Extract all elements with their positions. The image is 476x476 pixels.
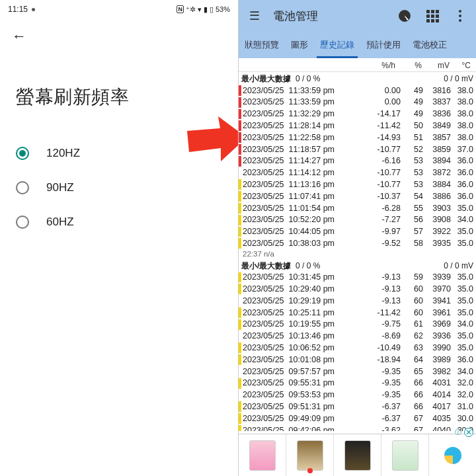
column-headers: %/h % mV °C — [239, 58, 476, 72]
ad-info-icon[interactable]: ⓘ — [455, 428, 461, 437]
radio-label: 120HZ — [46, 147, 80, 160]
table-row[interactable]: 2023/05/25 11:33:59 pm0.0049381638.0 — [239, 85, 476, 97]
table-row[interactable]: 2023/05/25 10:52:20 pm-7.2756390834.0 — [239, 214, 476, 226]
tab-3[interactable]: 預計使用 — [360, 32, 407, 58]
table-row[interactable]: 2023/05/25 09:55:31 pm-9.3566403132.0 — [239, 377, 476, 389]
table-row[interactable]: 2023/05/25 11:33:59 pm0.0049383738.0 — [239, 97, 476, 108]
back-arrow-icon[interactable]: ← — [12, 28, 26, 44]
refresh-option-120hz[interactable]: 120HZ — [12, 136, 226, 171]
app-title: 電池管理 — [270, 9, 389, 24]
radio-icon — [16, 181, 29, 194]
table-row[interactable]: 2023/05/25 09:57:57 pm-9.3565398234.0 — [239, 366, 476, 377]
table-row[interactable]: 2023/05/25 09:42:06 pm-3.6267404030.0 — [239, 424, 476, 431]
history-table[interactable]: 最小/最大數據 0 / 0 %0 / 0 mV2023/05/25 11:33:… — [239, 73, 476, 431]
table-row[interactable]: 2023/05/25 11:14:12 pm-10.7753387236.0 — [239, 167, 476, 179]
refresh-option-60hz[interactable]: 60HZ — [12, 205, 226, 239]
signal-icon: ▮ — [204, 5, 208, 14]
table-row[interactable]: 2023/05/25 09:51:31 pm-6.3766401731.0 — [239, 401, 476, 413]
table-row[interactable]: 2023/05/25 09:49:09 pm-6.3767403530.0 — [239, 413, 476, 424]
table-row[interactable]: 2023/05/25 10:13:46 pm-8.6962393635.0 — [239, 331, 476, 342]
page-title: 螢幕刷新頻率 — [0, 49, 238, 136]
table-row[interactable]: 2023/05/25 10:38:03 pm-9.5258393535.0 — [239, 237, 476, 249]
table-row[interactable]: 2023/05/25 10:29:19 pm-9.1360394135.0 — [239, 295, 476, 307]
status-time: 11:15 — [8, 5, 28, 14]
refresh-option-90hz[interactable]: 90HZ — [12, 171, 226, 205]
table-row[interactable]: 2023/05/25 11:07:41 pm-10.3754388636.0 — [239, 190, 476, 202]
table-row[interactable]: 2023/05/25 09:53:53 pm-9.3566401432.0 — [239, 389, 476, 401]
chart-pie-icon[interactable] — [393, 4, 416, 28]
hamburger-icon[interactable]: ☰ — [243, 4, 266, 28]
battery-app-pane: ☰ 電池管理 狀態預覽圖形歷史記錄預計使用電池校正 %/h % mV °C 最小… — [238, 0, 476, 476]
table-row[interactable]: 2023/05/25 11:14:27 pm-6.1653389436.0 — [239, 155, 476, 167]
ad-4[interactable] — [381, 434, 429, 476]
radio-icon — [16, 147, 29, 160]
ad-2[interactable] — [286, 434, 334, 476]
col-percent: % — [399, 61, 422, 70]
table-row[interactable]: 2023/05/25 11:32:29 pm-14.1749383638.0 — [239, 108, 476, 120]
wifi-icon: ▾ — [198, 5, 202, 14]
status-dot — [32, 8, 35, 11]
wifi-plus-icon: ⁺✲ — [186, 5, 196, 14]
table-row[interactable]: 2023/05/25 10:01:08 pm-18.9464398936.0 — [239, 354, 476, 366]
col-temp: °C — [450, 61, 472, 70]
summary-row: 最小/最大數據 0 / 0 %0 / 0 mV — [239, 73, 476, 85]
tab-0[interactable]: 狀態預覽 — [239, 32, 285, 58]
table-row[interactable]: 2023/05/25 10:29:40 pm-9.1360397035.0 — [239, 283, 476, 295]
battery-percent: 53% — [216, 5, 230, 13]
status-bar: 11:15 N ⁺✲ ▾ ▮ ▯ 53% — [0, 0, 238, 19]
table-row[interactable]: 2023/05/25 11:13:16 pm-10.7753388436.0 — [239, 178, 476, 190]
tab-4[interactable]: 電池校正 — [407, 32, 453, 58]
nfc-icon: N — [177, 5, 184, 13]
table-row[interactable]: 2023/05/25 10:06:52 pm-10.4963399035.0 — [239, 342, 476, 354]
tab-bar: 狀態預覽圖形歷史記錄預計使用電池校正 — [239, 32, 476, 58]
tab-2[interactable]: 歷史記錄 — [314, 32, 360, 58]
table-row[interactable]: 2023/05/25 11:18:57 pm-10.7752385937.0 — [239, 143, 476, 155]
status-icons: N ⁺✲ ▾ ▮ ▯ 53% — [177, 5, 230, 14]
kebab-menu-icon[interactable] — [448, 4, 472, 28]
table-row[interactable]: 2023/05/25 11:28:14 pm-11.4250384938.0 — [239, 120, 476, 132]
radio-label: 60HZ — [46, 216, 74, 229]
radio-label: 90HZ — [46, 181, 74, 194]
table-row[interactable]: 2023/05/25 10:31:45 pm-9.1359393935.0 — [239, 272, 476, 284]
ad-3[interactable] — [334, 434, 381, 476]
table-row[interactable]: 2023/05/25 10:44:05 pm-9.9757392235.0 — [239, 226, 476, 238]
time-divider: 22:37 n/a — [239, 249, 476, 260]
ad-strip: ⓘ ✕ — [239, 434, 476, 476]
refresh-rate-options: 120HZ90HZ60HZ — [0, 136, 238, 239]
grid-icon[interactable] — [420, 4, 444, 28]
table-row[interactable]: 2023/05/25 11:01:54 pm-6.2855390335.0 — [239, 202, 476, 214]
table-row[interactable]: 2023/05/25 11:22:58 pm-14.9351385738.0 — [239, 132, 476, 143]
table-row[interactable]: 2023/05/25 10:19:55 pm-9.7561396934.0 — [239, 319, 476, 331]
ad-5[interactable]: ⓘ ✕ — [429, 434, 476, 476]
col-mv: mV — [422, 61, 450, 70]
tab-1[interactable]: 圖形 — [285, 32, 314, 58]
battery-icon: ▯ — [210, 5, 214, 14]
summary-row: 最小/最大數據 0 / 0 %0 / 0 mV — [239, 260, 476, 272]
ad-close-icon[interactable]: ✕ — [464, 428, 473, 437]
table-row[interactable]: 2023/05/25 10:25:11 pm-11.4260396135.0 — [239, 307, 476, 319]
ad-1[interactable] — [239, 434, 286, 476]
radio-icon — [16, 216, 29, 229]
left-settings-pane: 11:15 N ⁺✲ ▾ ▮ ▯ 53% ← 螢幕刷新頻率 120HZ90HZ6… — [0, 0, 238, 476]
col-percent-per-hour: %/h — [366, 61, 399, 70]
app-header: ☰ 電池管理 — [239, 0, 476, 32]
